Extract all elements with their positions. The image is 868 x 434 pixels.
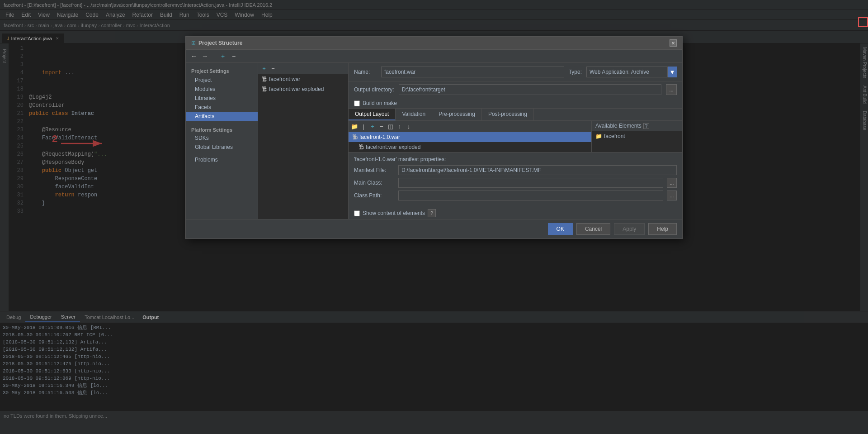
artifacts-list: 🗜 facefront:war 🗜 facefront:war exploded: [258, 74, 348, 219]
available-elements-header: Available Elements ?: [592, 121, 682, 131]
output-tree-bar-btn[interactable]: |: [359, 122, 368, 130]
dialog-body: Project Settings Project Modules Librari…: [186, 63, 682, 219]
class-path-input[interactable]: [398, 191, 663, 200]
forward-button[interactable]: →: [200, 52, 209, 61]
artifacts-toolbar: + −: [258, 63, 348, 74]
project-structure-dialog: ⊞ Project Structure ✕ ← → + − Project Se…: [185, 36, 683, 239]
minus-btn[interactable]: −: [269, 64, 277, 72]
dialog-title-icon: ⊞: [191, 40, 196, 46]
tree-item-war-exploded[interactable]: 🗜 facefront:war exploded: [349, 142, 591, 152]
project-settings-header: Project Settings: [186, 67, 258, 76]
output-dir-browse-button[interactable]: ...: [666, 84, 677, 95]
tab-output-layout[interactable]: Output Layout: [349, 109, 396, 120]
output-tree-extract-btn[interactable]: ◫: [387, 122, 395, 130]
config-output-row: Output directory: ...: [349, 81, 682, 98]
artifact-item-war[interactable]: 🗜 facefront:war: [258, 74, 348, 84]
type-input[interactable]: [586, 67, 668, 77]
output-tree-down-btn[interactable]: ↓: [405, 122, 413, 130]
tab-validation[interactable]: Validation: [396, 109, 432, 120]
show-content-help-button[interactable]: ?: [428, 209, 436, 217]
help-button[interactable]: Help: [648, 223, 677, 235]
class-path-browse-button[interactable]: ...: [667, 191, 677, 200]
manifest-file-label: Manifest File:: [354, 167, 395, 173]
dialog-title-text: Project Structure: [198, 40, 242, 46]
type-label: Type:: [569, 69, 582, 75]
show-content-checkbox[interactable]: [354, 210, 360, 216]
artifacts-panel: + − 🗜 facefront:war 🗜 facefront:war expl…: [258, 63, 349, 219]
artifact-war-label: facefront:war: [269, 76, 300, 82]
available-item-facefront[interactable]: 📁 facefront: [592, 131, 682, 141]
output-tree-toolbar: 📁 | + − ◫ ↑ ↓: [349, 121, 591, 132]
type-dropdown-button[interactable]: ▼: [668, 67, 677, 77]
build-on-make-label: Build on make: [363, 100, 397, 106]
class-path-row: Class Path: ...: [354, 191, 677, 200]
available-folder-icon: 📁: [595, 133, 602, 139]
tab-pre-processing[interactable]: Pre-processing: [432, 109, 482, 120]
add-artifact-button[interactable]: +: [218, 52, 227, 61]
output-tree-folder-btn[interactable]: 📁: [350, 122, 359, 130]
available-help-icon[interactable]: ?: [643, 123, 650, 129]
dialog-nav: Project Settings Project Modules Librari…: [186, 63, 258, 219]
tree-item-war[interactable]: 🗜 facefront-1.0.war: [349, 132, 591, 142]
tree-war-label: facefront-1.0.war: [359, 134, 400, 140]
war-exploded-icon: 🗜: [262, 86, 267, 92]
dialog-footer: OK Cancel Apply Help: [186, 219, 682, 238]
output-dir-input[interactable]: [399, 84, 661, 95]
name-input[interactable]: [381, 67, 564, 77]
nav-artifacts[interactable]: Artifacts: [186, 112, 258, 121]
nav-project[interactable]: Project: [186, 76, 258, 85]
main-class-label: Main Class:: [354, 180, 395, 186]
available-item-label: facefront: [604, 133, 625, 139]
back-button[interactable]: ←: [189, 52, 198, 61]
tree-war-exploded-icon: 🗜: [359, 144, 364, 150]
dialog-overlay: ⊞ Project Structure ✕ ← → + − Project Se…: [0, 0, 868, 420]
platform-settings-header: Platform Settings: [186, 124, 258, 134]
ok-button[interactable]: OK: [548, 223, 573, 235]
manifest-title: 'facefront-1.0.war' manifest properties:: [354, 156, 677, 162]
show-content-row: Show content of elements ?: [349, 207, 682, 219]
available-elements-panel: Available Elements ? 📁 facefront: [592, 121, 682, 152]
nav-problems[interactable]: Problems: [186, 155, 258, 164]
nav-global-libraries[interactable]: Global Libraries: [186, 143, 258, 152]
main-class-input[interactable]: [398, 178, 663, 188]
main-class-browse-button[interactable]: ...: [667, 178, 677, 188]
show-content-label: Show content of elements: [363, 210, 425, 216]
main-class-row: Main Class: ...: [354, 178, 677, 188]
output-tree-remove-btn[interactable]: −: [377, 122, 386, 130]
available-label: Available Elements: [595, 123, 642, 129]
tree-war-icon: 🗜: [352, 134, 358, 140]
nav-facets[interactable]: Facets: [186, 103, 258, 112]
output-layout-panel: 📁 | + − ◫ ↑ ↓ 🗜 facefront-1.0.war: [349, 121, 592, 152]
name-label: Name:: [354, 69, 377, 75]
build-on-make-row: Build on make: [349, 98, 682, 109]
add-btn[interactable]: +: [260, 64, 268, 72]
manifest-section: 'facefront-1.0.war' manifest properties:…: [349, 152, 682, 207]
config-panel: Name: Type: ▼ Output directory: ...: [349, 63, 682, 219]
tab-post-processing[interactable]: Post-processing: [482, 109, 534, 120]
nav-sdks[interactable]: SDKs: [186, 134, 258, 143]
manifest-file-row: Manifest File:: [354, 165, 677, 175]
tree-war-exploded-label: facefront:war exploded: [366, 144, 420, 150]
manifest-file-input[interactable]: [398, 165, 677, 175]
artifact-item-war-exploded[interactable]: 🗜 facefront:war exploded: [258, 84, 348, 94]
cancel-button[interactable]: Cancel: [576, 223, 610, 235]
nav-modules[interactable]: Modules: [186, 85, 258, 94]
apply-button[interactable]: Apply: [614, 223, 645, 235]
output-tree-up-btn[interactable]: ↑: [396, 122, 404, 130]
build-on-make-checkbox[interactable]: [354, 100, 360, 106]
dialog-titlebar: ⊞ Project Structure ✕: [186, 37, 682, 50]
dialog-toolbar: ← → + −: [186, 50, 682, 63]
war-icon: 🗜: [262, 76, 267, 82]
config-name-row: Name: Type: ▼: [349, 63, 682, 81]
dialog-close-button[interactable]: ✕: [670, 39, 677, 47]
output-tree-add-btn[interactable]: +: [368, 122, 377, 130]
class-path-label: Class Path:: [354, 192, 395, 199]
red-highlight-box: [858, 17, 868, 27]
artifact-war-exploded-label: facefront:war exploded: [269, 86, 324, 92]
nav-libraries[interactable]: Libraries: [186, 94, 258, 103]
config-tabs: Output Layout Validation Pre-processing …: [349, 109, 682, 121]
output-dir-label: Output directory:: [354, 86, 394, 93]
output-tree: 🗜 facefront-1.0.war 🗜 facefront:war expl…: [349, 132, 591, 152]
remove-artifact-button[interactable]: −: [229, 52, 238, 61]
available-tree: 📁 facefront: [592, 131, 682, 152]
